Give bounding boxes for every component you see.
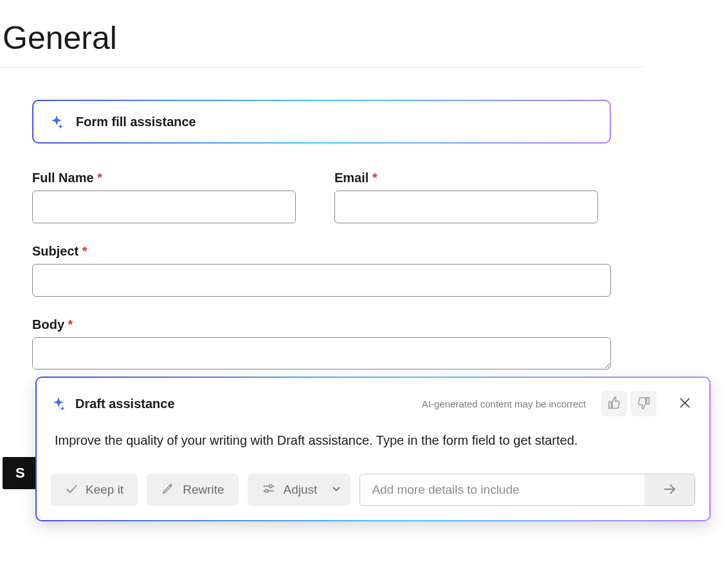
- arrow-right-icon: [662, 481, 677, 499]
- rewrite-icon: [161, 481, 175, 499]
- page-header: General: [0, 0, 643, 68]
- keep-it-button[interactable]: Keep it: [51, 474, 138, 506]
- chevron-down-icon: [331, 483, 341, 497]
- rewrite-label: Rewrite: [183, 483, 224, 497]
- submit-button[interactable]: S: [3, 457, 38, 489]
- ai-warning-text: AI-generated content may be incorrect: [422, 398, 586, 409]
- body-label: Body *: [32, 317, 611, 332]
- draft-header: Draft assistance AI-generated content ma…: [51, 391, 695, 416]
- form-fill-assistance-label: Form fill assistance: [76, 115, 196, 129]
- close-icon: [679, 397, 691, 411]
- svg-point-5: [265, 489, 268, 492]
- required-star: *: [372, 171, 378, 185]
- thumbs-up-icon: [607, 396, 621, 412]
- thumbs-down-icon: [637, 396, 651, 412]
- required-star: *: [97, 171, 102, 185]
- send-button[interactable]: [644, 474, 695, 505]
- draft-title: Draft assistance: [75, 396, 175, 411]
- field-body: Body *: [32, 317, 611, 369]
- draft-assistance-panel: Draft assistance AI-generated content ma…: [35, 377, 711, 521]
- row-name-email: Full Name * Email *: [32, 171, 611, 223]
- thumbs-up-button[interactable]: [601, 391, 627, 416]
- body-textarea[interactable]: [32, 337, 611, 369]
- sparkle-icon: [49, 114, 64, 129]
- adjust-icon: [262, 481, 276, 499]
- check-icon: [65, 482, 78, 498]
- thumbs-down-button[interactable]: [631, 391, 657, 416]
- rewrite-button[interactable]: Rewrite: [147, 474, 238, 506]
- form-area: Form fill assistance Full Name * Email *…: [0, 68, 643, 369]
- sparkle-icon: [51, 396, 66, 411]
- field-subject: Subject *: [32, 244, 611, 297]
- full-name-label: Full Name *: [32, 171, 309, 185]
- subject-input[interactable]: [32, 264, 611, 297]
- details-input-wrap: [359, 474, 695, 506]
- field-email: Email *: [334, 171, 611, 223]
- page-title: General: [3, 19, 643, 57]
- form-fill-assistance-bar[interactable]: Form fill assistance: [32, 100, 611, 144]
- required-star: *: [68, 317, 73, 331]
- row-subject: Subject *: [32, 244, 611, 297]
- adjust-button[interactable]: Adjust: [248, 474, 351, 506]
- required-star: *: [82, 244, 87, 258]
- full-name-input[interactable]: [32, 191, 296, 223]
- field-full-name: Full Name *: [32, 171, 309, 223]
- row-body: Body *: [32, 317, 611, 369]
- keep-it-label: Keep it: [86, 483, 123, 497]
- close-button[interactable]: [675, 393, 695, 414]
- subject-label: Subject *: [32, 244, 611, 259]
- details-input[interactable]: [360, 474, 644, 505]
- email-input[interactable]: [334, 191, 598, 223]
- feedback-buttons: [601, 391, 657, 416]
- draft-description: Improve the quality of your writing with…: [55, 433, 695, 448]
- email-label: Email *: [334, 171, 611, 185]
- svg-point-3: [269, 485, 272, 488]
- draft-actions: Keep it Rewrite Adjust: [51, 474, 695, 506]
- adjust-label: Adjust: [284, 483, 318, 497]
